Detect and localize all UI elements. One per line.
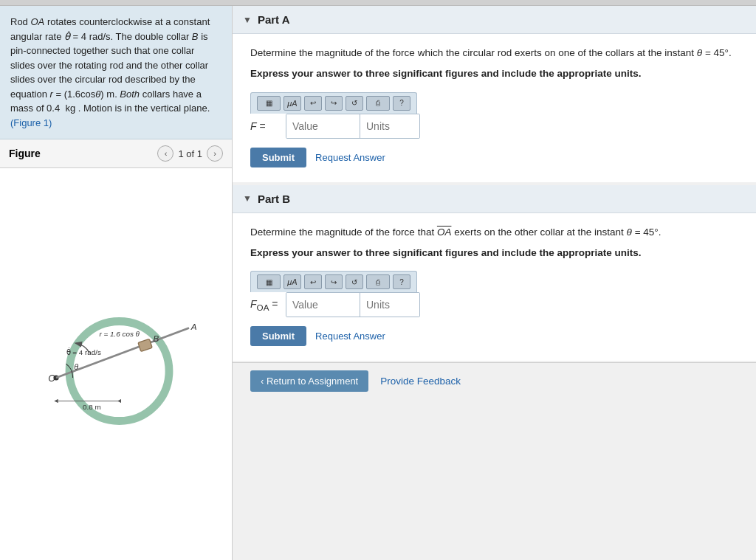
- bottom-bar: ‹ Return to Assignment Provide Feedback: [233, 362, 756, 399]
- figure-section: Figure ‹ 1 of 1 › O A: [0, 139, 232, 560]
- part-b-arrow: ▼: [243, 193, 252, 204]
- toolbar-grid-btn-a[interactable]: ▦: [257, 96, 281, 111]
- part-b-input-box: [286, 292, 420, 317]
- toolbar-kbd-btn-a[interactable]: ⎙: [366, 96, 390, 111]
- figure-header: Figure ‹ 1 of 1 ›: [0, 139, 232, 168]
- part-b-toolbar: ▦ μA ↩ ↪ ↺ ⎙ ?: [250, 271, 417, 292]
- right-panel: ▼ Part A Determine the magnitude of the …: [233, 6, 756, 560]
- toolbar-grid-btn-b[interactable]: ▦: [257, 274, 281, 289]
- top-bar: [0, 0, 756, 6]
- figure-link[interactable]: (Figure 1): [10, 117, 52, 128]
- part-a-label: F =: [250, 120, 280, 132]
- next-figure-button[interactable]: ›: [207, 145, 223, 162]
- part-b-content: Determine the magnitude of the force tha…: [233, 213, 756, 362]
- toolbar-redo-btn-a[interactable]: ↪: [325, 96, 343, 111]
- problem-text: Rod OA rotates counterclockwise at a con…: [0, 6, 232, 139]
- part-b-input-row: FOA =: [250, 292, 738, 317]
- return-assignment-button[interactable]: ‹ Return to Assignment: [250, 370, 368, 392]
- part-a-units-input[interactable]: [360, 114, 419, 138]
- provide-feedback-link[interactable]: Provide Feedback: [380, 376, 461, 387]
- toolbar-mu-btn-a[interactable]: μA: [284, 96, 301, 111]
- part-b-question: Determine the magnitude of the force tha…: [250, 225, 738, 240]
- part-b-value-input[interactable]: [286, 293, 360, 317]
- part-a-value-input[interactable]: [286, 114, 360, 138]
- svg-text:r = 1.6 cos θ: r = 1.6 cos θ: [100, 330, 140, 338]
- toolbar-undo-btn-a[interactable]: ↩: [304, 96, 322, 111]
- part-b-units-input[interactable]: [360, 293, 419, 317]
- part-b-label: FOA =: [250, 298, 280, 312]
- toolbar-refresh-btn-b[interactable]: ↺: [346, 274, 363, 289]
- part-a-section: ▼ Part A Determine the magnitude of the …: [233, 6, 756, 182]
- toolbar-kbd-btn-b[interactable]: ⎙: [366, 274, 390, 289]
- part-b-submit-button[interactable]: Submit: [250, 326, 306, 346]
- svg-text:A: A: [190, 322, 197, 331]
- part-a-header[interactable]: ▼ Part A: [233, 6, 756, 34]
- svg-text:B: B: [153, 333, 159, 343]
- svg-text:O: O: [48, 373, 55, 383]
- part-a-input-row: F =: [250, 114, 738, 139]
- main-container: Rod OA rotates counterclockwise at a con…: [0, 6, 756, 560]
- svg-text:θ̇ = 4 rad/s: θ̇ = 4 rad/s: [66, 347, 102, 356]
- page-indicator: 1 of 1: [178, 148, 202, 159]
- part-a-title: Part A: [258, 13, 290, 26]
- part-a-toolbar: ▦ μA ↩ ↪ ↺ ⎙ ?: [250, 92, 417, 114]
- part-b-instruction: Express your answer to three significant…: [250, 246, 738, 260]
- part-b-header[interactable]: ▼ Part B: [233, 185, 756, 213]
- part-a-submit-button[interactable]: Submit: [250, 148, 306, 167]
- part-a-content: Determine the magnitude of the force whi…: [233, 34, 756, 182]
- toolbar-help-btn-b[interactable]: ?: [393, 274, 410, 289]
- part-b-request-link[interactable]: Request Answer: [315, 331, 385, 342]
- svg-text:0.8 m: 0.8 m: [83, 403, 101, 411]
- toolbar-help-btn-a[interactable]: ?: [393, 96, 410, 111]
- figure-svg: O A B θ θ̇ = 4 rad/s r = 1.6 cos θ: [20, 298, 212, 431]
- part-a-request-link[interactable]: Request Answer: [315, 152, 385, 163]
- figure-title: Figure: [9, 148, 41, 159]
- prev-figure-button[interactable]: ‹: [157, 145, 173, 162]
- part-b-section: ▼ Part B Determine the magnitude of the …: [233, 185, 756, 362]
- part-a-instruction: Express your answer to three significant…: [250, 66, 738, 81]
- svg-rect-5: [138, 339, 152, 351]
- left-panel: Rod OA rotates counterclockwise at a con…: [0, 6, 233, 560]
- part-a-actions: Submit Request Answer: [250, 148, 738, 167]
- toolbar-redo-btn-b[interactable]: ↪: [325, 274, 343, 289]
- figure-nav: ‹ 1 of 1 ›: [157, 145, 223, 162]
- problem-description: Rod OA rotates counterclockwise at a con…: [10, 15, 221, 130]
- part-b-title: Part B: [258, 193, 290, 205]
- part-b-actions: Submit Request Answer: [250, 326, 738, 346]
- toolbar-mu-btn-b[interactable]: μA: [284, 274, 301, 289]
- part-a-question: Determine the magnitude of the force whi…: [250, 46, 738, 61]
- part-a-arrow: ▼: [243, 15, 252, 25]
- toolbar-undo-btn-b[interactable]: ↩: [304, 274, 322, 289]
- figure-canvas: O A B θ θ̇ = 4 rad/s r = 1.6 cos θ: [0, 168, 232, 560]
- part-a-input-box: [286, 114, 420, 139]
- toolbar-refresh-btn-a[interactable]: ↺: [346, 96, 363, 111]
- svg-text:θ: θ: [74, 362, 78, 371]
